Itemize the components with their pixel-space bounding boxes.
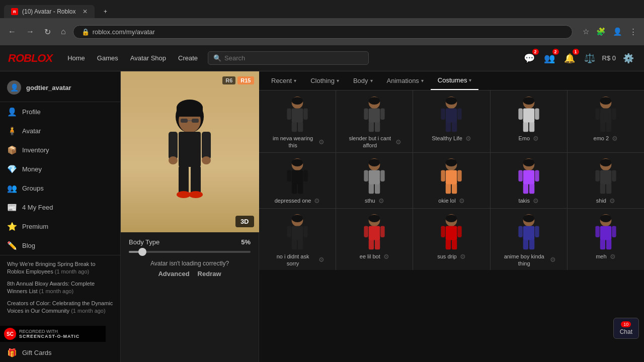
sidebar-item-money[interactable]: 💎 Money [0, 159, 120, 178]
settings-icon[interactable]: ⋮ [627, 25, 639, 38]
costume-item[interactable]: sus drip ⚙ [413, 209, 490, 270]
svg-rect-90 [292, 239, 297, 250]
costume-item[interactable]: depressed one ⚙ [259, 153, 336, 208]
costume-item[interactable]: takis ⚙ [491, 153, 567, 208]
home-button[interactable]: ⌂ [58, 25, 69, 38]
redraw-link[interactable]: Redraw [198, 270, 221, 278]
body-type-slider[interactable] [129, 251, 251, 253]
forward-button[interactable]: → [23, 25, 37, 38]
chat-button[interactable]: 10 Chat [613, 318, 639, 339]
costume-settings-icon[interactable]: ⚙ [465, 135, 471, 142]
svg-rect-33 [458, 108, 462, 120]
3d-toggle-button[interactable]: 3D [235, 216, 254, 227]
svg-point-13 [189, 191, 203, 198]
tab-close-button[interactable]: ✕ [83, 8, 88, 15]
sidebar-item-avatar[interactable]: 🧍 Avatar [0, 121, 120, 140]
tab-animations-label: Animations [387, 77, 419, 84]
costume-item[interactable]: ee lil bot ⚙ [336, 209, 413, 270]
trade-button[interactable]: ⚖️ [582, 51, 597, 66]
sidebar-item-blog[interactable]: ✏️ Blog [0, 236, 120, 255]
tab-clothing[interactable]: Clothing ▾ [303, 71, 346, 90]
costumes-section: Recent ▾ Clothing ▾ Body ▾ Animations ▾ … [259, 71, 644, 362]
friends-button[interactable]: 👥2 [542, 51, 557, 66]
costume-item[interactable]: Stealthy Life ⚙ [413, 90, 490, 152]
notifications-button[interactable]: 🔔1 [562, 51, 577, 66]
costume-item[interactable]: no i didnt ask sorry ⚙ [259, 209, 336, 270]
costume-item[interactable]: okie lol ⚙ [413, 153, 490, 208]
sidebar-item-gift-cards[interactable]: 🎁 Gift Cards [0, 343, 120, 362]
costume-item[interactable]: Emo ⚙ [491, 90, 567, 152]
costume-item[interactable]: im neva wearing this ⚙ [259, 90, 336, 152]
costume-settings-icon[interactable]: ⚙ [610, 253, 616, 260]
svg-rect-7 [202, 132, 211, 159]
r15-badge[interactable]: R15 [237, 76, 254, 84]
avatar-section: R6 R15 [121, 71, 259, 362]
screencast-line2: SCREENCAST-O-MATIC [19, 334, 79, 339]
costume-settings-icon[interactable]: ⚙ [459, 197, 465, 205]
search-icon: 🔍 [213, 54, 221, 62]
search-input[interactable] [224, 54, 363, 62]
tab-recent[interactable]: Recent ▾ [264, 71, 303, 90]
advanced-link[interactable]: Advanced [158, 270, 189, 278]
svg-rect-98 [375, 239, 380, 250]
svg-rect-110 [535, 226, 539, 237]
address-bar[interactable]: 🔒 roblox.com/my/avatar [73, 25, 573, 39]
sidebar-item-inventory[interactable]: 📦 Inventory [0, 140, 120, 159]
back-button[interactable]: ← [5, 25, 19, 38]
svg-rect-3 [192, 119, 199, 123]
nav-home[interactable]: Home [67, 54, 85, 62]
slider-thumb[interactable] [138, 248, 146, 256]
r6-badge[interactable]: R6 [222, 76, 235, 84]
costume-settings-icon[interactable]: ⚙ [318, 256, 325, 263]
tab-animations[interactable]: Animations ▾ [380, 71, 431, 90]
costume-settings-icon[interactable]: ⚙ [609, 197, 615, 205]
header-search[interactable]: 🔍 [208, 51, 369, 65]
costume-settings-icon[interactable]: ⚙ [318, 138, 325, 146]
blog-post-3[interactable]: Creators of Color: Celebrating the Dynam… [7, 300, 113, 315]
profile-icon[interactable]: 👤 [611, 25, 624, 38]
blog-post-2[interactable]: 8th Annual Bloxy Awards: Complete Winner… [7, 280, 113, 296]
costume-image [434, 95, 469, 135]
refresh-button[interactable]: ↻ [41, 25, 54, 39]
costume-settings-icon[interactable]: ⚙ [383, 253, 389, 260]
costume-item[interactable]: slender but i cant afford ⚙ [336, 90, 413, 152]
nav-games[interactable]: Games [97, 54, 118, 62]
costume-item[interactable]: meh ⚙ [568, 209, 644, 270]
svg-rect-11 [191, 166, 201, 194]
notifications-badge: 1 [573, 49, 579, 55]
costume-settings-icon[interactable]: ⚙ [533, 135, 539, 142]
extension-icon[interactable]: 🧩 [594, 25, 608, 38]
nav-create[interactable]: Create [178, 54, 198, 62]
costume-item[interactable]: emo 2 ⚙ [568, 90, 644, 152]
settings-button[interactable]: ⚙️ [621, 51, 636, 66]
tab-body[interactable]: Body ▾ [346, 71, 380, 90]
svg-rect-87 [292, 226, 303, 240]
costume-item[interactable]: shid ⚙ [568, 153, 644, 208]
costume-settings-icon[interactable]: ⚙ [533, 197, 539, 205]
browser-actions: ☆ 🧩 👤 ⋮ [581, 25, 639, 38]
bookmark-icon[interactable]: ☆ [581, 25, 591, 38]
costume-settings-icon[interactable]: ⚙ [314, 197, 320, 205]
sidebar-item-my-feed[interactable]: 📰 4 My Feed [0, 198, 120, 217]
svg-rect-27 [369, 121, 374, 132]
tab-costumes[interactable]: Costumes ▾ [431, 71, 479, 90]
costume-item[interactable]: anime boy kinda thing ⚙ [491, 209, 567, 270]
costume-settings-icon[interactable]: ⚙ [395, 138, 401, 146]
costume-settings-icon[interactable]: ⚙ [460, 253, 466, 260]
nav-avatar-shop[interactable]: Avatar Shop [130, 54, 166, 62]
browser-tabs: R (10) Avatar - Roblox ✕ + [0, 0, 644, 18]
costume-name: no i didnt ask sorry [270, 253, 315, 267]
new-tab-button[interactable]: + [97, 5, 114, 18]
costume-settings-icon[interactable]: ⚙ [612, 135, 618, 142]
messages-button[interactable]: 💬2 [522, 51, 537, 66]
sidebar-item-profile[interactable]: 👤 Profile [0, 102, 120, 121]
costume-name: Stealthy Life [432, 135, 462, 142]
roblox-logo[interactable]: ROBLOX [8, 52, 52, 65]
blog-post-1[interactable]: Why We're Bringing Spring Break to Roblo… [7, 260, 113, 276]
costume-settings-icon[interactable]: ⚙ [550, 256, 556, 263]
costume-settings-icon[interactable]: ⚙ [378, 197, 384, 205]
sidebar-item-premium[interactable]: ⭐ Premium [0, 217, 120, 236]
active-tab[interactable]: R (10) Avatar - Roblox ✕ [4, 5, 95, 18]
sidebar-item-groups[interactable]: 👥 Groups [0, 178, 120, 198]
costume-item[interactable]: sthu ⚙ [336, 153, 413, 208]
